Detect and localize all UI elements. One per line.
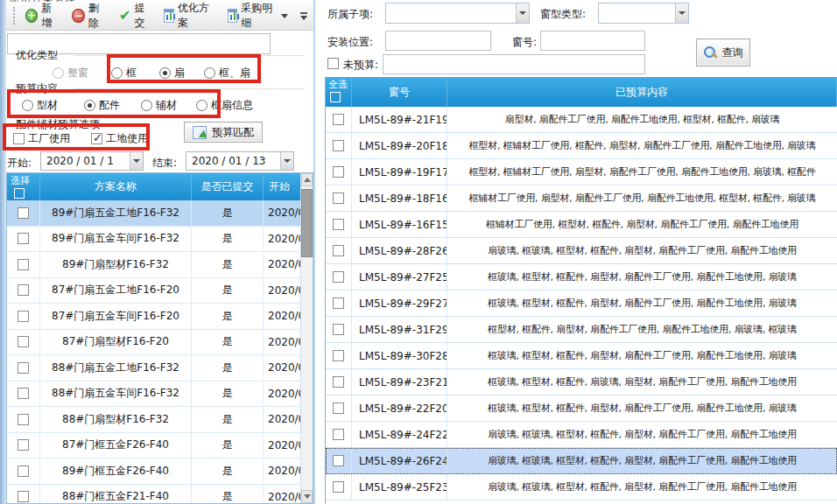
row-checkbox[interactable] [18, 311, 29, 322]
plan-row[interactable]: 88#门扇五金车间F16-F32 是 2020/0 [7, 382, 313, 408]
plan-name-column-header[interactable]: 方案名称 [40, 173, 192, 200]
query-button[interactable]: 查询 [696, 38, 750, 66]
row-checkbox[interactable] [333, 402, 344, 414]
window-row[interactable]: LM5L-89#-28F26 扇玻璃, 框玻璃, 框型材, 框配件, 扇型材, … [326, 238, 837, 264]
window-row[interactable]: LM5L-89#-29F27 框玻璃, 框型材, 框配件, 扇型材, 扇配件工厂… [326, 290, 837, 317]
calendar-dropdown-icon[interactable] [280, 152, 293, 170]
plan-row[interactable]: 88#门扇五金工地F16-F32 是 2020/0 [7, 355, 313, 382]
window-row[interactable]: LM5L-89#-23F21 框玻璃, 框型材, 框配件, 扇玻璃, 扇型材, … [326, 369, 837, 396]
scrollbar-thumb[interactable] [301, 189, 313, 257]
window-no: LM5L-89#-20F18 [352, 133, 447, 158]
add-button[interactable]: + 新增 [23, 0, 63, 32]
row-checkbox[interactable] [18, 336, 29, 347]
radio-whole-window[interactable] [53, 67, 64, 79]
radio-frame-sash[interactable] [204, 67, 215, 79]
window-row[interactable]: LM5L-89#-16F15 框辅材工厂使用, 框型材, 框配件, 扇型材, 扇… [326, 212, 837, 238]
factory-use-checkbox[interactable] [13, 133, 25, 144]
window-row[interactable]: LM5L-89#-31F29 框型材, 框配件, 扇型材, 扇配件工厂使用, 扇… [326, 317, 837, 343]
row-checkbox[interactable] [18, 233, 29, 244]
window-row[interactable]: LM5L-89#-24F22 扇玻璃, 框玻璃, 框型材, 框配件, 扇型材, … [326, 422, 837, 448]
plan-row[interactable]: 89#门扇五金工地F16-F32 是 2020/0 [7, 200, 313, 227]
scroll-up-icon[interactable] [301, 173, 313, 186]
row-checkbox[interactable] [333, 324, 344, 335]
no-budget-checkbox[interactable] [327, 58, 339, 69]
budgeted-column-header[interactable]: 已预算内容 [447, 77, 837, 107]
row-checkbox[interactable] [333, 219, 344, 230]
row-checkbox[interactable] [333, 455, 344, 466]
window-row-selected[interactable]: LM5L-89#-26F24 扇玻璃, 框玻璃, 框型材, 框配件, 扇型材, … [326, 448, 837, 474]
plan-row[interactable]: 87#门扇五金工地F16-F20 是 2020/0 [7, 278, 313, 304]
window-row[interactable]: LM5L-89#-25F23 扇玻璃, 框玻璃, 框型材, 框配件, 扇型材, … [326, 474, 837, 500]
radio-frame-sash-info[interactable] [196, 100, 207, 111]
delete-button[interactable]: − 删除 [69, 0, 109, 32]
plan-row[interactable]: 88#门框五金F21-F40 是 2020/0 [7, 485, 313, 504]
row-checkbox[interactable] [333, 192, 344, 204]
no-budget-input[interactable] [383, 54, 645, 74]
plan-row[interactable]: 87#门扇五金车间F16-F20 是 2020/0 [7, 304, 313, 330]
row-checkbox[interactable] [333, 350, 344, 361]
panel-splitter[interactable] [313, 0, 325, 504]
row-checkbox[interactable] [333, 140, 344, 151]
calendar-dropdown-icon[interactable] [130, 152, 143, 170]
window-type-select[interactable] [598, 3, 689, 24]
radio-fitting[interactable] [84, 100, 95, 111]
row-checkbox[interactable] [18, 388, 29, 399]
chevron-down-icon[interactable] [516, 4, 529, 23]
plan-name: 89#门扇型材F16-F32 [40, 252, 192, 277]
row-checkbox[interactable] [18, 439, 29, 451]
row-checkbox[interactable] [18, 259, 29, 270]
chevron-down-icon[interactable] [281, 14, 288, 18]
row-checkbox[interactable] [18, 491, 29, 502]
row-checkbox[interactable] [333, 166, 344, 178]
end-date-picker[interactable]: 2020 / 01 / 13 [186, 151, 294, 171]
window-row[interactable]: LM5L-89#-18F16 框辅材工厂使用, 扇型材, 扇配件工厂使用, 扇配… [326, 186, 837, 212]
sub-item-select[interactable] [385, 3, 530, 24]
start-date-picker[interactable]: 2020 / 01 / 1 [40, 151, 144, 171]
purchase-detail-button[interactable]: 采购明细 [225, 0, 291, 32]
radio-auxiliary[interactable] [141, 100, 152, 111]
window-row[interactable]: LM5L-89#-22F20 框玻璃, 框型材, 框配件, 扇型材, 扇配件工厂… [326, 396, 837, 422]
window-row[interactable]: LM5L-89#-27F25 框玻璃, 框型材, 框配件, 扇型材, 扇配件工厂… [326, 264, 837, 290]
row-checkbox[interactable] [333, 481, 344, 493]
chevron-down-icon[interactable] [675, 4, 688, 23]
row-checkbox[interactable] [18, 362, 29, 374]
install-position-input[interactable] [385, 31, 491, 51]
plans-table-scrollbar[interactable] [300, 173, 313, 503]
check-icon: ✔ [119, 9, 130, 23]
scroll-down-icon[interactable] [301, 490, 313, 503]
window-row[interactable]: LM5L-89#-20F18 框型材, 框辅材工厂使用, 框配件, 扇型材, 扇… [326, 133, 837, 159]
plan-row[interactable]: 89#门扇型材F16-F32 是 2020/0 [7, 252, 313, 278]
toolbar-overflow-button[interactable] [298, 10, 310, 23]
plan-row[interactable]: 89#门扇五金车间F16-F32 是 2020/0 [7, 227, 313, 253]
row-checkbox[interactable] [333, 271, 344, 283]
select-all-windows-checkbox[interactable] [330, 92, 341, 102]
window-no-input[interactable] [540, 31, 645, 51]
radio-sash[interactable] [159, 67, 171, 79]
optimize-plan-button[interactable]: 优化方案 [161, 0, 217, 32]
row-checkbox[interactable] [333, 245, 344, 256]
submit-button[interactable]: ✔ 提交 [116, 0, 154, 32]
select-all-plans-checkbox[interactable] [14, 188, 25, 199]
budget-match-button[interactable]: 预算匹配 [184, 122, 263, 143]
radio-frame[interactable] [111, 67, 123, 79]
row-checkbox[interactable] [18, 284, 29, 296]
toolbar-grip[interactable] [13, 7, 16, 24]
plan-row[interactable]: 88#门扇型材F16-F32 是 2020/0 [7, 407, 313, 433]
window-row[interactable]: LM5L-89#-30F28 框玻璃, 框型材, 框配件, 扇型材, 扇配件工厂… [326, 343, 837, 369]
plan-row[interactable]: 87#门扇型材F16-F20 是 2020/0 [7, 330, 313, 356]
submitted-column-header[interactable]: 是否已提交 [192, 173, 264, 200]
row-checkbox[interactable] [333, 429, 344, 440]
site-use-checkbox[interactable] [91, 133, 102, 144]
plan-row[interactable]: 89#门框五金F26-F40 是 2020/0 [7, 458, 313, 485]
row-checkbox[interactable] [18, 414, 29, 425]
row-checkbox[interactable] [18, 466, 29, 477]
radio-profile[interactable] [22, 100, 33, 111]
row-checkbox[interactable] [333, 376, 344, 388]
row-checkbox[interactable] [333, 114, 344, 125]
window-row[interactable]: LM5L-89#-19F17 框型材, 框辅材工厂使用, 扇型材, 扇配件工厂使… [326, 159, 837, 186]
window-no-column-header[interactable]: 窗号 [352, 77, 447, 107]
row-checkbox[interactable] [333, 298, 344, 309]
window-row[interactable]: LM5L-89#-21F19 扇型材, 扇配件工厂使用, 扇配件工地使用, 框型… [326, 107, 837, 133]
row-checkbox[interactable] [18, 207, 29, 219]
plan-row[interactable]: 87#门框五金F26-F40 是 2020/0 [7, 433, 313, 459]
